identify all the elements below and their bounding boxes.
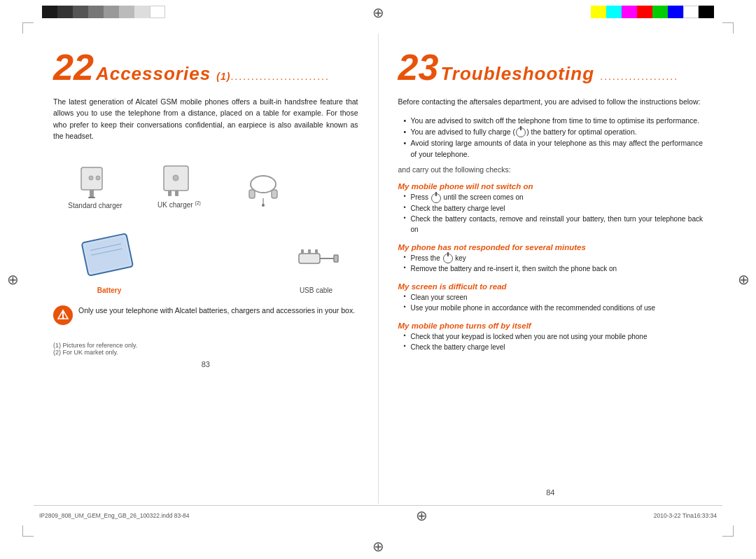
standard-charger-label: Standard charger (53, 202, 137, 209)
footnotes-left: (1) Pictures for reference only. (2) For… (53, 336, 358, 356)
accessory-stereo-headset (221, 172, 305, 209)
svg-rect-7 (175, 191, 178, 196)
troubleshooting-intro: Before contacting the aftersales departm… (398, 96, 704, 107)
reg-mark-left: ⊕ (6, 272, 20, 287)
power-icon-charge (516, 127, 526, 137)
svg-point-8 (173, 175, 178, 181)
file-info: IP2809_808_UM_GEM_Eng_GB_26_100322.indd … (39, 512, 190, 519)
problem-0-bullet-0: Press until the screen comes on (404, 192, 704, 202)
page-number-right: 84 (398, 488, 704, 497)
problem-0-bullet-2: Check the battery contacts, remove and r… (404, 214, 704, 235)
problem-1-bullet-0: Press the key (404, 253, 704, 263)
problem-2-bullets: Clean your screen Use your mobile phone … (404, 292, 704, 313)
battery-illustration (67, 223, 151, 287)
problem-0-bullet-1: Check the battery charge level (404, 203, 704, 214)
usb-cable-svg (292, 234, 341, 283)
chapter-title-right: Troubleshooting (440, 63, 600, 84)
page-number-left: 83 (53, 360, 358, 368)
headset-icon (242, 172, 284, 207)
svg-rect-22 (308, 249, 311, 254)
reg-mark-right: ⊕ (736, 272, 750, 287)
chapter-heading-troubleshooting: 23 Troubleshooting ................... (398, 48, 704, 88)
chapter-dots-left: ........................ (230, 71, 329, 82)
corner-mark-br (722, 525, 734, 537)
problem-heading-2: My screen is difficult to read (398, 282, 704, 291)
checks-label: and carry out the following checks: (398, 165, 704, 174)
svg-rect-21 (301, 249, 304, 254)
date-info: 2010-3-22 Tina16:33:34 (654, 512, 717, 519)
svg-rect-6 (168, 191, 172, 196)
intro-bullet-2: Avoid storing large amounts of data in y… (404, 138, 704, 160)
corner-mark-tl (22, 22, 34, 34)
problem-2-bullet-1: Use your mobile phone in accordance with… (404, 303, 704, 313)
color-bar-right (591, 6, 714, 18)
charger-icon (74, 164, 116, 199)
reg-mark-bottom-center: ⊕ (416, 509, 428, 523)
accessory-standard-charger: Standard charger (53, 164, 137, 209)
svg-rect-20 (334, 255, 338, 262)
reg-mark-bottom: ⊕ (371, 539, 385, 553)
problem-3-bullet-0: Check that your keypad is locked when yo… (404, 331, 704, 342)
svg-point-13 (262, 204, 265, 207)
reg-mark-top: ⊕ (371, 6, 385, 20)
corner-mark-bl (22, 525, 34, 537)
chapter-title-left: Accessories (96, 63, 216, 84)
usb-cable-label: USB cable (300, 287, 332, 294)
svg-point-4 (96, 176, 100, 180)
accessories-items: Standard charger UK charger (2) (53, 163, 358, 209)
svg-rect-23 (315, 249, 318, 254)
warning-icon (53, 305, 73, 325)
chapter-num-right: 23 (398, 47, 439, 88)
warning-text: Only use your telephone with Alcatel bat… (78, 305, 355, 317)
warning-symbol (57, 309, 69, 322)
battery-usb-section: Battery USB cable (53, 223, 358, 294)
battery-label: Battery (97, 287, 121, 294)
chapter-sup-left: (1) (216, 71, 230, 82)
svg-point-3 (89, 176, 93, 180)
svg-rect-2 (88, 197, 95, 198)
intro-bullet-1: You are advised to fully charge () the b… (404, 127, 704, 138)
page-left: 22 Accessories (1)......................… (34, 34, 379, 504)
intro-bullet-list: You are advised to switch off the teleph… (404, 116, 704, 160)
power-icon-2 (443, 254, 453, 263)
problem-0-bullets: Press until the screen comes on Check th… (404, 192, 704, 234)
power-icon-1 (431, 193, 441, 203)
svg-rect-1 (90, 190, 94, 197)
chapter-heading-accessories: 22 Accessories (1)......................… (53, 48, 358, 88)
page-right: 23 Troubleshooting ................... B… (379, 34, 723, 504)
uk-charger-label: UK charger (2) (137, 200, 221, 209)
chapter-num-left: 22 (53, 47, 94, 88)
problem-heading-1: My phone has not responded for several m… (398, 243, 704, 251)
warning-box: Only use your telephone with Alcatel bat… (53, 305, 358, 325)
footnote-2: (2) For UK market only. (53, 349, 358, 356)
corner-mark-tr (722, 22, 734, 34)
problem-1-bullet-1: Remove the battery and re-insert it, the… (404, 263, 704, 274)
problem-heading-0: My mobile phone will not switch on (398, 182, 704, 191)
uk-charger-icon (158, 163, 200, 198)
accessories-body-text: The latest generation of Alcatel GSM mob… (53, 96, 358, 142)
footnote-1: (1) Pictures for reference only. (53, 342, 358, 349)
chapter-dots-right: ................... (600, 71, 678, 82)
battery-svg (74, 227, 144, 283)
main-content: 22 Accessories (1)......................… (34, 34, 722, 525)
svg-rect-11 (272, 190, 277, 198)
problem-3-bullet-1: Check the battery charge level (404, 342, 704, 352)
problem-1-bullets: Press the key Remove the battery and re-… (404, 253, 704, 274)
page-spread: 22 Accessories (1)......................… (34, 34, 722, 504)
color-bar-left (42, 6, 165, 18)
problem-heading-3: My mobile phone turns off by itself (398, 322, 704, 330)
problem-3-bullets: Check that your keypad is locked when yo… (404, 331, 704, 352)
bottom-bar: IP2809_808_UM_GEM_Eng_GB_26_100322.indd … (34, 505, 722, 525)
accessory-uk-charger: UK charger (2) (137, 163, 221, 209)
problem-2-bullet-0: Clean your screen (404, 292, 704, 303)
svg-rect-10 (249, 190, 255, 198)
intro-bullet-0: You are advised to switch off the teleph… (404, 116, 704, 127)
usb-cable-illustration (288, 230, 344, 287)
svg-rect-18 (299, 254, 320, 263)
page-right-content: 23 Troubleshooting ................... B… (398, 48, 704, 497)
